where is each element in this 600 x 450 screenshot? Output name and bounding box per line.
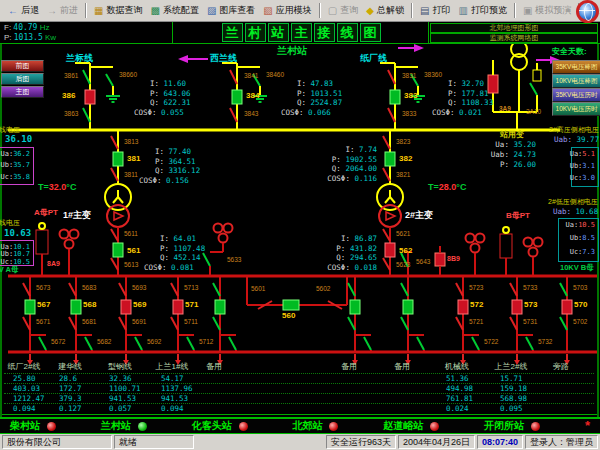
bus-b-label: 10KV B母 — [560, 264, 594, 272]
station-name-label: 兰村站 — [277, 45, 307, 56]
pt-cylinder-icon — [36, 230, 48, 254]
station-link-兰村站[interactable]: 兰村站 — [101, 419, 147, 433]
bus35-phase-box: Ua:36.2Ub:35.7Uc:35.8 — [0, 147, 34, 185]
switch-label: 5672 — [51, 338, 65, 345]
geo-map-button[interactable]: 北郊地理图形图 — [430, 23, 598, 33]
toolbar-button-系统配置[interactable]: ▩系统配置 — [146, 2, 202, 19]
disconnector-label: 5602 — [316, 285, 330, 292]
breaker-386[interactable] — [85, 90, 95, 104]
measurement-row: Q: 622.31 — [150, 99, 191, 107]
switch-label: 5643 — [416, 258, 430, 265]
toolbar-button-打印[interactable]: ▤打印 — [416, 2, 454, 19]
measurement-row: P: 1013.51 — [297, 90, 342, 98]
left-nav-button-后图[interactable]: 后图 — [1, 73, 44, 85]
station-link-开闭所站[interactable]: 开闭所站 — [484, 419, 540, 433]
feeder-breaker-571[interactable] — [173, 300, 183, 314]
switch-icon — [230, 108, 237, 122]
feeder-breaker-spare[interactable] — [350, 300, 360, 314]
station-link-化客头站[interactable]: 化客头站 — [192, 419, 248, 433]
switch-icon — [23, 283, 30, 296]
feeder-breaker-568[interactable] — [71, 300, 81, 314]
status-led-icon — [430, 422, 439, 431]
toolbar-button-总解锁[interactable]: ◆总解锁 — [362, 2, 408, 19]
toolbar-button-后退[interactable]: ←后退 — [4, 2, 43, 19]
toolbar-separator — [411, 3, 413, 18]
disconnector-label: 5683 — [82, 284, 96, 291]
fuse-label: 3A9 — [499, 105, 511, 112]
title-char: 接 — [314, 23, 335, 42]
phase-voltage-row: Ub:8.5 — [570, 234, 595, 242]
lv-uab-value: 10.68 — [576, 207, 599, 216]
toolbar-button-数据查询[interactable]: ▦数据查询 — [90, 2, 146, 19]
network-map-button[interactable]: 监测系统网络图 — [430, 33, 598, 43]
left-nav-button-前图[interactable]: 前图 — [1, 60, 44, 72]
pt-icon — [70, 230, 79, 239]
bus-a-label: 10KV A母 — [0, 266, 18, 274]
feeder-breaker-spare[interactable] — [215, 300, 225, 314]
disconnector-label: 5623 — [396, 261, 410, 268]
pt-breaker-8b9[interactable] — [435, 253, 445, 266]
switch-icon — [348, 283, 355, 296]
breaker-label: 561 — [127, 247, 140, 256]
header-separator — [172, 22, 173, 43]
database-icon: ▦ — [94, 6, 103, 16]
measurement-row: COSΦ: 0.116 — [317, 175, 377, 183]
breaker-562[interactable] — [385, 243, 395, 257]
switch-label: 5692 — [147, 338, 161, 345]
feeder-breaker-spare[interactable] — [403, 300, 413, 314]
right-chart-button-35KV电压历时[interactable]: 35KV电压历时 — [552, 88, 600, 102]
frequency-label: F: — [4, 23, 11, 32]
toolbar-button-打印预览[interactable]: ▥打印预览 — [454, 2, 510, 19]
toolbar-separator — [319, 3, 321, 18]
disconnector-label: 5731 — [523, 318, 537, 325]
right-chart-button-10KV电压历时[interactable]: 10KV电压历时 — [552, 102, 600, 116]
station-link-赵道峪站[interactable]: 赵道峪站 — [383, 419, 439, 433]
left-nav-button-主图[interactable]: 主图 — [1, 86, 44, 98]
power-readout: P: 1013.5 Kw — [4, 33, 56, 42]
hv-phase-box: Ua:5.1Ub:3.1Uc:3.0 — [571, 147, 599, 187]
switch-icon — [456, 317, 463, 330]
company-panel: 股份有限公司 — [2, 435, 112, 449]
feeder-breaker-573[interactable] — [512, 300, 522, 314]
feeder-breaker-572[interactable] — [458, 300, 468, 314]
switch-icon — [348, 317, 355, 330]
measurement-row: P: 431.82 — [317, 245, 377, 253]
arrester-icon — [533, 70, 541, 81]
station-tx-label: 站用变 — [500, 131, 524, 140]
phase-voltage-row: Ua:10.5 — [565, 221, 595, 229]
wire-line — [118, 197, 123, 203]
switch-icon — [203, 253, 210, 266]
breaker-384[interactable] — [232, 90, 242, 104]
measurement-row: I: 77.40 — [155, 148, 191, 156]
wire-line — [385, 197, 390, 203]
switch-label: 5712 — [199, 338, 213, 345]
breaker-560[interactable] — [283, 300, 299, 310]
measurement-row: COSΦ: 0.066 — [281, 109, 331, 117]
measurement-row: P: 177.81 — [448, 90, 489, 98]
toolbar-button-图库查看[interactable]: ▨图库查看 — [203, 2, 259, 19]
feeder-breaker-569[interactable] — [121, 300, 131, 314]
right-chart-button-35KV电压棒图[interactable]: 35KV电压棒图 — [552, 60, 600, 74]
breaker-383[interactable] — [390, 90, 400, 104]
feeder-breaker-567[interactable] — [25, 300, 35, 314]
switch-icon — [135, 337, 142, 350]
ground-switch-label: 38460 — [266, 71, 284, 78]
right-chart-button-10KV电压棒图[interactable]: 10KV电压棒图 — [552, 74, 600, 88]
breaker-561[interactable] — [113, 243, 123, 257]
switch-icon — [510, 317, 517, 330]
fuse-3a9[interactable] — [488, 75, 498, 93]
toolbar-button-应用模块[interactable]: ▧应用模块 — [259, 2, 315, 19]
station-switch-bar: 柴村站兰村站化客头站北郊站赵道峪站开闭所站* — [0, 417, 600, 434]
breaker-382[interactable] — [385, 152, 395, 166]
breaker-381[interactable] — [113, 152, 123, 166]
station-link-柴村站[interactable]: 柴村站 — [10, 419, 56, 433]
bus10-phase-box: Ua:10.1Ub:10.7Uc:10.5 — [0, 240, 34, 266]
station-link-北郊站[interactable]: 北郊站 — [292, 419, 338, 433]
phase-voltage-row: Ub:35.7 — [0, 161, 30, 169]
lv-side-label: 2#低压侧相电压 — [548, 198, 598, 206]
pt-icon — [466, 234, 475, 243]
modules-icon: ▧ — [263, 6, 272, 16]
feeder-breaker-570[interactable] — [562, 300, 572, 314]
disconnector-label: 5681 — [82, 318, 96, 325]
phase-voltage-row: Uc:35.8 — [0, 173, 30, 181]
